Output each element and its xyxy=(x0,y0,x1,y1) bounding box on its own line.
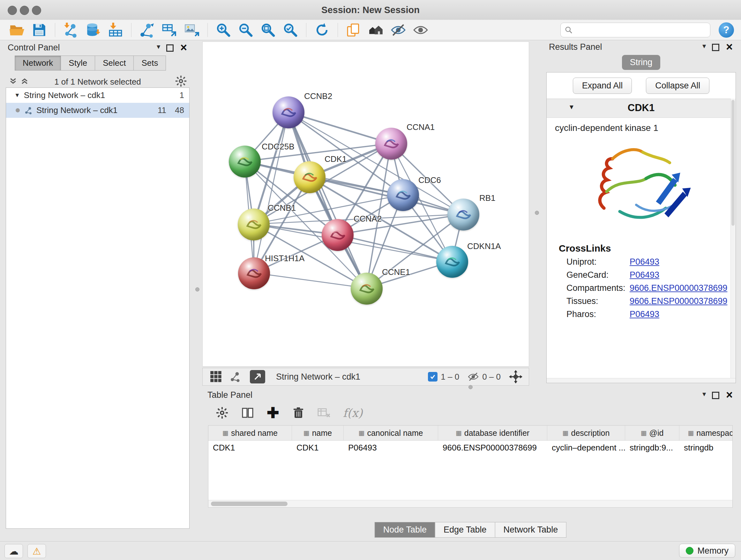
zoom-out-button[interactable] xyxy=(234,21,257,39)
close-panel-icon[interactable]: × xyxy=(180,44,187,52)
float-panel-icon[interactable] xyxy=(712,392,719,399)
results-vertical-scrollbar[interactable] xyxy=(731,99,736,378)
panel-menu-icon[interactable]: ▼ xyxy=(701,391,707,398)
show-columns-icon[interactable] xyxy=(241,407,254,419)
tab-network-table[interactable]: Network Table xyxy=(495,522,567,538)
crosslink-value-link[interactable]: 9606.ENSP00000378699 xyxy=(630,283,734,293)
close-panel-icon[interactable]: × xyxy=(726,391,733,399)
tab-sets[interactable]: Sets xyxy=(133,56,166,71)
network-node-cdc6[interactable] xyxy=(387,179,419,211)
network-share-icon[interactable] xyxy=(229,371,241,382)
import-network-file-button[interactable] xyxy=(60,21,82,39)
table-cell[interactable]: 9606.ENSP00000378699 xyxy=(438,441,547,455)
delete-column-trash-icon[interactable] xyxy=(292,407,305,419)
tab-edge-table[interactable]: Edge Table xyxy=(435,522,495,538)
tab-node-table[interactable]: Node Table xyxy=(375,522,435,538)
zoom-in-button[interactable] xyxy=(212,21,234,39)
network-node-ccnb2[interactable] xyxy=(273,97,305,128)
crosslinks-title: CrossLinks xyxy=(559,243,736,254)
network-canvas[interactable]: CCNB2CCNA1CDC25BCDK1CDC6RB1CCNB1CCNA2CDK… xyxy=(202,42,529,367)
tab-style[interactable]: Style xyxy=(61,56,95,71)
new-network-button[interactable] xyxy=(136,21,158,39)
float-panel-icon[interactable] xyxy=(712,44,719,51)
bottom-splitter-handle[interactable] xyxy=(468,385,473,389)
network-node-cdkn1a[interactable] xyxy=(436,246,468,278)
results-horizontal-scrollbar[interactable] xyxy=(547,378,736,383)
network-node-ccna1[interactable] xyxy=(375,128,407,160)
network-node-ccna2[interactable] xyxy=(322,219,354,251)
table-cell[interactable]: stringdb xyxy=(679,441,733,455)
eye-icon xyxy=(413,22,428,38)
table-cell[interactable]: P06493 xyxy=(344,441,438,455)
open-recent-button[interactable] xyxy=(342,21,365,39)
network-node-rb1[interactable] xyxy=(448,199,479,231)
tab-select[interactable]: Select xyxy=(95,56,134,71)
function-builder-icon[interactable]: f(x) xyxy=(343,407,363,420)
crosslink-value-link[interactable]: P06493 xyxy=(630,309,666,319)
network-node-ccne1[interactable] xyxy=(351,273,383,305)
network-label: String Network – cdk1 xyxy=(37,105,118,115)
table-cell[interactable]: CDK1 xyxy=(292,441,344,455)
column-header[interactable]: ▦canonical name xyxy=(344,426,438,440)
string-tab[interactable]: String xyxy=(622,55,660,70)
left-splitter-handle[interactable] xyxy=(195,287,199,292)
protein-squiggle-icon xyxy=(273,97,305,128)
collapse-all-button[interactable]: Collapse All xyxy=(646,78,710,94)
network-edge[interactable] xyxy=(254,273,366,288)
add-column-icon[interactable]: ✚ xyxy=(267,407,279,419)
table-cell[interactable]: cyclin–dependent ... xyxy=(547,441,625,455)
selected-checkbox[interactable] xyxy=(428,372,437,381)
hide-selected-button[interactable] xyxy=(387,21,409,39)
network-collection-row[interactable]: ▼ String Network – cdk1 1 xyxy=(6,88,189,103)
panel-menu-icon[interactable]: ▼ xyxy=(701,43,707,50)
scrollbar-thumb[interactable] xyxy=(211,502,287,506)
cloud-status-button[interactable]: ☁ xyxy=(4,544,23,558)
crosslink-value-link[interactable]: P06493 xyxy=(630,270,666,280)
show-all-button[interactable] xyxy=(409,21,432,39)
column-header[interactable]: ▦@id xyxy=(625,426,679,440)
hidden-eye-slash-icon[interactable] xyxy=(468,371,479,382)
expand-all-button[interactable]: Expand All xyxy=(573,78,632,94)
network-tree: ▼ String Network – cdk1 1 String Network… xyxy=(6,87,190,529)
close-panel-icon[interactable]: × xyxy=(726,43,733,51)
float-panel-icon[interactable] xyxy=(166,44,174,52)
refresh-view-button[interactable] xyxy=(311,21,333,39)
network-node-ccnb1[interactable] xyxy=(238,208,270,240)
first-neighbors-button[interactable] xyxy=(365,21,387,39)
warnings-button[interactable]: ⚠ xyxy=(27,544,46,558)
search-input[interactable] xyxy=(576,24,706,35)
open-in-new-window-button[interactable] xyxy=(250,370,265,383)
table-settings-gear-icon[interactable] xyxy=(216,407,228,419)
zoom-fit-button[interactable] xyxy=(257,21,279,39)
crosslink-value-link[interactable]: P06493 xyxy=(630,257,666,267)
export-image-button[interactable] xyxy=(181,21,203,39)
table-cell[interactable]: CDK1 xyxy=(208,441,292,455)
panel-menu-icon[interactable]: ▼ xyxy=(155,44,161,51)
new-network-from-table-button[interactable] xyxy=(158,21,181,39)
network-options-gear-icon[interactable] xyxy=(175,75,187,88)
memory-button[interactable]: Memory xyxy=(679,544,735,558)
import-network-database-button[interactable] xyxy=(82,21,105,39)
zoom-selected-button[interactable] xyxy=(279,21,301,39)
column-header[interactable]: ▦shared name xyxy=(208,426,292,440)
table-cell[interactable]: stringdb:9... xyxy=(625,441,679,455)
column-header[interactable]: ▦database identifier xyxy=(438,426,547,440)
network-node-cdc25b[interactable] xyxy=(229,145,261,178)
import-table-button[interactable] xyxy=(105,21,127,39)
birds-eye-grid-icon[interactable] xyxy=(210,370,222,383)
save-session-button[interactable] xyxy=(28,21,51,39)
tree-caret-icon[interactable]: ▼ xyxy=(14,92,20,99)
column-header[interactable]: ▦name xyxy=(292,426,344,440)
right-splitter-handle[interactable] xyxy=(535,211,539,215)
tab-network[interactable]: Network xyxy=(15,56,61,71)
help-button[interactable]: ? xyxy=(719,22,734,38)
table-horizontal-scrollbar[interactable] xyxy=(208,500,732,507)
open-session-button[interactable] xyxy=(6,21,28,39)
network-row-selected[interactable]: String Network – cdk1 11 48 xyxy=(6,103,189,118)
pan-crosshair-icon[interactable] xyxy=(509,370,522,383)
network-node-cdk1[interactable] xyxy=(293,161,326,193)
crosslink-value-link[interactable]: 9606.ENSP00000378699 xyxy=(630,296,734,306)
column-header[interactable]: ▦namespace xyxy=(679,426,733,440)
table-row[interactable]: CDK1 CDK1 P06493 9606.ENSP00000378699 cy… xyxy=(208,441,733,455)
column-header[interactable]: ▦description xyxy=(547,426,625,440)
